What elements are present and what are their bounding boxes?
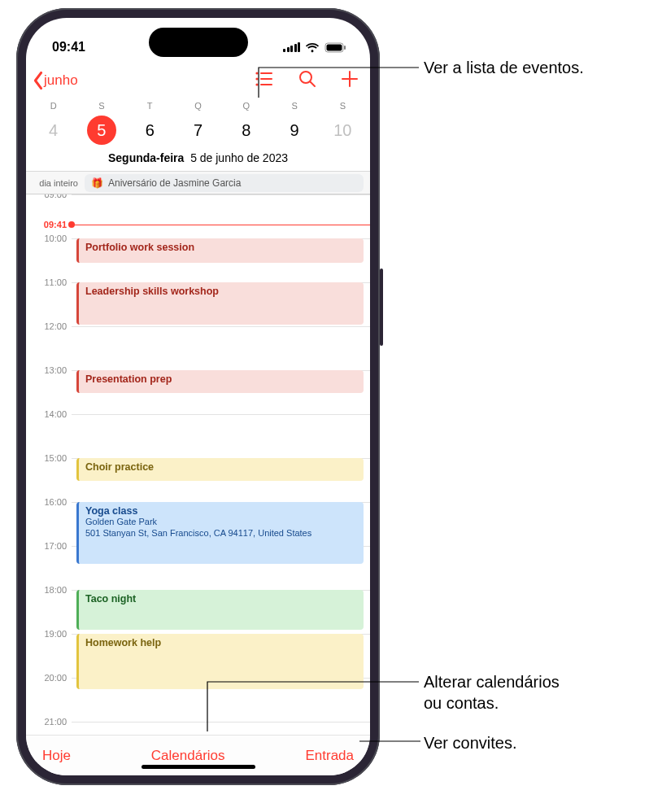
back-button[interactable]: junho: [31, 71, 78, 90]
calendar-event[interactable]: Yoga classGolden Gate Park501 Stanyan St…: [76, 502, 364, 564]
calendar-event[interactable]: Choir practice: [76, 458, 364, 481]
date-cell[interactable]: 10: [319, 116, 367, 145]
date-cell[interactable]: 4: [29, 116, 77, 145]
event-title: Presentation prep: [85, 373, 357, 385]
callout-list-view: Ver a lista de eventos.: [424, 57, 584, 78]
timeline[interactable]: 09:0010:0011:0012:0013:0014:0015:0016:00…: [26, 194, 370, 735]
callout-inbox: Ver convites.: [424, 732, 517, 753]
svg-rect-1: [327, 44, 342, 50]
date-cell[interactable]: 9: [270, 116, 318, 145]
callout-calendars: Alterar calendáriosou contas.: [424, 671, 560, 714]
hour-label: 13:00: [26, 365, 67, 375]
calendar-event[interactable]: Leadership skills workshop: [76, 282, 364, 325]
hour-label: 20:00: [26, 673, 67, 683]
dow-label: Q: [174, 101, 222, 111]
full-date-label: Segunda-feira 5 de junho de 2023: [26, 148, 370, 172]
back-label: junho: [44, 72, 78, 89]
hour-label: 10:00: [26, 234, 67, 243]
dow-label: S: [270, 101, 318, 111]
event-title: Homework help: [85, 637, 357, 648]
dow-label: Q: [222, 101, 270, 111]
hour-label: 14:00: [26, 409, 67, 419]
hour-label: 15:00: [26, 453, 67, 463]
svg-rect-2: [344, 46, 346, 50]
allday-event-title: Aniversário de Jasmine Garcia: [108, 177, 241, 189]
date-cell[interactable]: 8: [222, 116, 270, 145]
weekday-header: D S T Q Q S S: [26, 99, 370, 111]
dow-label: T: [126, 101, 174, 111]
callout-line: [207, 682, 419, 739]
event-subtitle: 501 Stanyan St, San Francisco, CA 94117,…: [85, 528, 357, 539]
home-indicator: [142, 765, 255, 769]
allday-event[interactable]: 🎁 Aniversário de Jasmine Garcia: [85, 174, 364, 192]
date-cell[interactable]: 7: [174, 116, 222, 145]
event-title: Yoga class: [85, 505, 357, 517]
week-dates: 4 5 6 7 8 9 10: [26, 111, 370, 148]
side-button: [380, 268, 383, 346]
dow-label: S: [77, 101, 125, 111]
calendars-button[interactable]: Calendários: [151, 748, 225, 764]
cellular-icon: [283, 42, 300, 52]
calendar-event[interactable]: Taco night: [76, 590, 364, 630]
hour-label: 19:00: [26, 629, 67, 639]
callout-line: [359, 741, 420, 743]
allday-row: dia inteiro 🎁 Aniversário de Jasmine Gar…: [26, 172, 370, 194]
now-line: [72, 225, 370, 225]
hour-label: 21:00: [26, 717, 67, 727]
calendar-event[interactable]: Presentation prep: [76, 370, 364, 393]
event-title: Taco night: [85, 593, 357, 605]
inbox-button[interactable]: Entrada: [305, 748, 354, 764]
clock: 09:41: [52, 40, 85, 55]
dow-label: D: [29, 101, 77, 111]
bottom-toolbar: Hoje Calendários Entrada: [26, 735, 370, 775]
now-label: 09:41: [26, 220, 67, 229]
dynamic-island: [149, 28, 248, 57]
calendar-event[interactable]: Portfolio work session: [76, 238, 364, 263]
dow-label: S: [319, 101, 367, 111]
date-cell-selected[interactable]: 5: [77, 116, 125, 145]
hour-label: 16:00: [26, 497, 67, 507]
gift-icon: 🎁: [91, 177, 103, 189]
battery-icon: [324, 42, 347, 53]
hour-label: 09:00: [26, 194, 67, 199]
event-title: Choir practice: [85, 461, 357, 473]
hour-label: 12:00: [26, 321, 67, 331]
date-cell[interactable]: 6: [126, 116, 174, 145]
hour-label: 18:00: [26, 585, 67, 595]
iphone-frame: 09:41 junho: [16, 8, 380, 785]
wifi-icon: [305, 42, 320, 53]
today-button[interactable]: Hoje: [42, 748, 71, 764]
callout-line: [259, 68, 421, 100]
event-title: Portfolio work session: [85, 242, 357, 253]
event-subtitle: Golden Gate Park: [85, 517, 357, 528]
hour-label: 17:00: [26, 541, 67, 551]
calendar-event[interactable]: Homework help: [76, 634, 364, 689]
allday-label: dia inteiro: [26, 178, 85, 188]
event-title: Leadership skills workshop: [85, 286, 357, 297]
now-dot: [68, 221, 75, 228]
hour-label: 11:00: [26, 277, 67, 287]
